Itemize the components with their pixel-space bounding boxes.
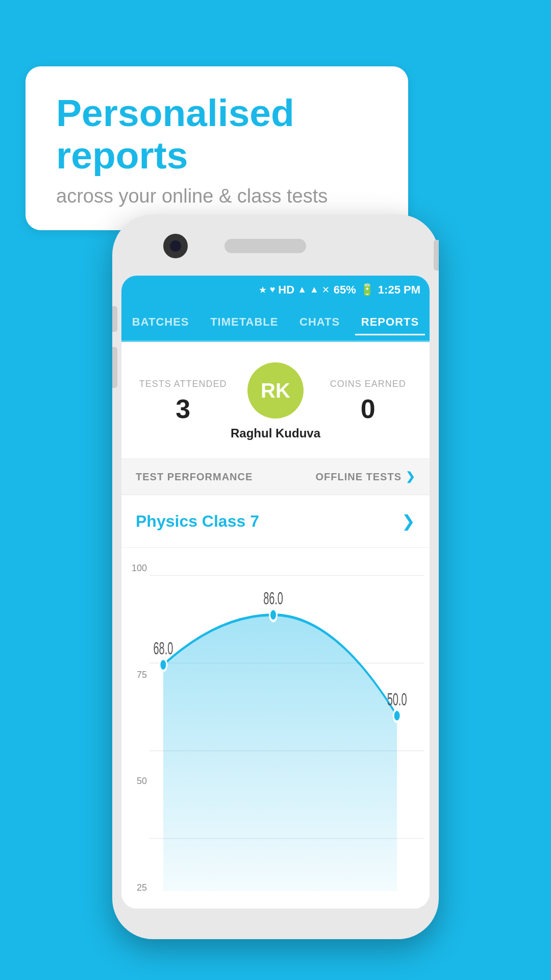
hd-label: HD xyxy=(278,283,294,297)
status-bar: ★ ♥ HD ▲ ▲ ✕ 65% 🔋 1:25 PM xyxy=(121,276,430,304)
offline-tests-label: OFFLINE TESTS xyxy=(315,471,402,483)
phone-vol-button-2 xyxy=(112,347,117,388)
coins-earned-value: 0 xyxy=(322,394,414,424)
tests-attended-label: TESTS ATTENDED xyxy=(137,379,229,389)
y-axis-labels: 100 75 50 25 xyxy=(127,558,147,909)
avatar: RK xyxy=(247,362,304,419)
point-label-1: 68.0 xyxy=(154,639,173,658)
bubble-subtitle: across your online & class tests xyxy=(56,185,378,207)
class-chevron-icon: ❯ xyxy=(402,511,415,531)
battery-icon: 🔋 xyxy=(360,283,374,297)
phone-speaker xyxy=(224,239,306,253)
coins-earned-label: COINS EARNED xyxy=(322,379,414,389)
data-point-2 xyxy=(270,609,277,621)
offline-tests-dropdown[interactable]: OFFLINE TESTS ❯ xyxy=(315,470,415,483)
tab-timetable[interactable]: TIMETABLE xyxy=(204,311,284,333)
clock: 1:25 PM xyxy=(378,283,420,297)
tab-reports[interactable]: REPORTS xyxy=(355,311,425,333)
phone-screen: ★ ♥ HD ▲ ▲ ✕ 65% 🔋 1:25 PM BATCHES TIMET… xyxy=(121,276,430,909)
signal-icon: ▲ xyxy=(310,284,319,295)
phone-device: ★ ♥ HD ▲ ▲ ✕ 65% 🔋 1:25 PM BATCHES TIMET… xyxy=(112,214,439,939)
user-name: Raghul Kuduva xyxy=(231,426,320,440)
mute-icon: ✕ xyxy=(322,284,330,296)
line-chart: 68.0 86.0 50.0 xyxy=(149,558,424,909)
data-point-3 xyxy=(393,709,400,722)
speech-bubble: Personalised reports across your online … xyxy=(26,66,408,230)
status-icons: ★ ♥ HD ▲ ▲ ✕ xyxy=(259,283,330,297)
tab-chats[interactable]: CHATS xyxy=(293,311,346,333)
chevron-down-icon: ❯ xyxy=(406,470,415,483)
tests-attended-block: TESTS ATTENDED 3 xyxy=(137,379,229,424)
tab-batches[interactable]: BATCHES xyxy=(126,311,195,333)
class-name: Physics Class 7 xyxy=(136,512,259,531)
point-label-3: 50.0 xyxy=(387,690,407,709)
bubble-title: Personalised reports xyxy=(56,92,378,176)
test-performance-label: TEST PERFORMANCE xyxy=(136,471,253,483)
tests-attended-value: 3 xyxy=(137,394,229,424)
battery-percent: 65% xyxy=(334,283,356,297)
avatar-block: RK Raghul Kuduva xyxy=(229,362,321,440)
chart-inner: 100 75 50 25 xyxy=(121,558,430,909)
y-label-25: 25 xyxy=(127,883,147,893)
wifi-icon: ▲ xyxy=(297,284,307,295)
point-label-2: 86.0 xyxy=(263,589,283,608)
phone-home-button xyxy=(434,240,439,271)
avatar-initials: RK xyxy=(261,379,290,402)
chart-svg-container: 68.0 86.0 50.0 xyxy=(149,558,424,909)
coins-earned-block: COINS EARNED 0 xyxy=(322,379,414,424)
chart-fill xyxy=(163,615,397,891)
bluetooth-icon: ★ xyxy=(259,284,267,296)
class-row[interactable]: Physics Class 7 ❯ xyxy=(121,495,430,548)
performance-header: TEST PERFORMANCE OFFLINE TESTS ❯ xyxy=(121,459,430,495)
phone-vol-button-1 xyxy=(112,306,117,332)
y-label-75: 75 xyxy=(127,670,147,680)
user-section: TESTS ATTENDED 3 RK Raghul Kuduva COINS … xyxy=(121,342,430,459)
chart-area: 100 75 50 25 xyxy=(121,548,430,909)
data-point-1 xyxy=(160,659,167,671)
nav-tabs: BATCHES TIMETABLE CHATS REPORTS xyxy=(121,304,430,342)
vibrate-icon: ♥ xyxy=(270,284,276,295)
phone-camera xyxy=(163,234,188,258)
y-label-50: 50 xyxy=(127,776,147,787)
y-label-100: 100 xyxy=(127,563,147,574)
